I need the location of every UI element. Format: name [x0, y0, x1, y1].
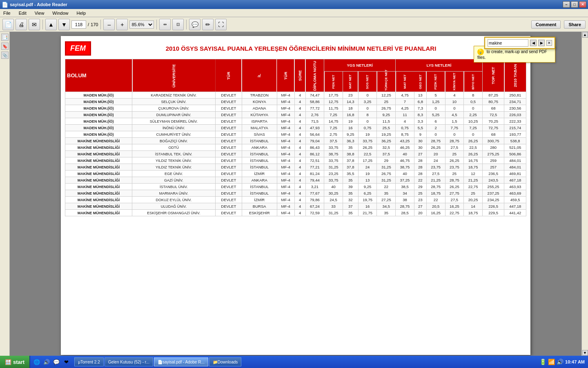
- table-cell: MALATYA: [242, 125, 277, 131]
- search-popup: ◀ ▶ ✕: [484, 37, 555, 49]
- table-cell: 31,25: [324, 210, 343, 216]
- table-cell: MF-4: [277, 125, 294, 131]
- attachments-icon[interactable]: 📎: [1, 52, 9, 59]
- fit-page-button[interactable]: ⊡: [172, 19, 184, 30]
- table-cell: 37,8: [343, 157, 358, 164]
- menu-file[interactable]: File: [2, 10, 12, 16]
- minimize-button[interactable]: –: [563, 1, 570, 8]
- toolbar-separator-2: [100, 20, 101, 29]
- col-header-lys: LYS NETLERİ: [396, 59, 483, 72]
- zoom-out-button[interactable]: –: [103, 19, 115, 30]
- table-cell: 7,25: [324, 112, 343, 118]
- table-cell: ÇUKUROVA ÜNİV.: [132, 105, 216, 112]
- share-button[interactable]: Share: [564, 20, 586, 29]
- taskbar-app-downloads[interactable]: 📁 Downloads: [209, 357, 241, 366]
- table-cell: 226,5: [482, 203, 504, 210]
- taskbar-icon-2[interactable]: 🔊: [42, 358, 51, 366]
- table-cell: DEVLET: [215, 131, 242, 138]
- table-cell: 31,25: [324, 164, 343, 171]
- table-cell: 16,25: [445, 203, 464, 210]
- table-cell: 26,75: [377, 171, 396, 177]
- table-cell: DEVLET: [215, 197, 242, 203]
- pdf-area[interactable]: FEM 2010 ÖSYS SAYISAL PUANLA YERLEŞEN ÖĞ…: [10, 32, 581, 356]
- table-cell: 27,5: [445, 197, 464, 203]
- next-page-button[interactable]: ▼: [58, 19, 70, 30]
- scroll-up-button[interactable]: ▲: [582, 32, 588, 38]
- taskbar-volume-icon[interactable]: 🔊: [557, 359, 564, 365]
- table-cell: 37,5: [377, 151, 396, 157]
- table-cell: 24: [358, 164, 377, 171]
- menu-view[interactable]: View: [33, 10, 46, 16]
- taskbar-app-utorrent[interactable]: μTorrent 2.2: [74, 357, 104, 366]
- table-cell: 4: [294, 197, 305, 203]
- table-cell: 259: [482, 157, 504, 164]
- prev-page-button[interactable]: ▲: [45, 19, 57, 30]
- table-cell: MF-4: [277, 171, 294, 177]
- menu-help[interactable]: Help: [75, 10, 87, 16]
- menu-window[interactable]: Window: [51, 10, 70, 16]
- table-cell: 8,75: [396, 131, 414, 138]
- table-cell: 5: [426, 92, 445, 99]
- table-cell: MAKİNE MÜHENDİSLİĞİ: [65, 171, 132, 177]
- table-cell: 72,5: [482, 112, 504, 118]
- table-cell: 10,25: [464, 118, 483, 125]
- search-next-button[interactable]: ▶: [538, 40, 545, 46]
- comment-tool-button[interactable]: 💬: [189, 19, 200, 30]
- col-header-tur1: TÜR: [215, 59, 242, 92]
- taskbar-icon-3[interactable]: 💬: [52, 358, 60, 366]
- table-cell: YILDIZ TEKNİK ÜNİV.: [132, 164, 216, 171]
- table-cell: İSTANBUL: [242, 138, 277, 144]
- table-cell: 77,67: [305, 190, 324, 197]
- col-header-turkce: TÜRKÇE NET: [377, 72, 396, 92]
- taskbar-app-email[interactable]: Gelen Kutusu (52) - r...: [105, 357, 153, 366]
- taskbar-icon-4[interactable]: ❤: [62, 358, 70, 366]
- fem-logo: FEM: [65, 41, 91, 56]
- table-cell: 4,5: [445, 112, 464, 118]
- markup-tool-button[interactable]: ✏: [202, 19, 214, 30]
- fit-width-button[interactable]: ⇔: [159, 19, 171, 30]
- table-cell: 25: [445, 171, 464, 177]
- zoom-select[interactable]: 85.6% 100% 75% 50%: [129, 20, 154, 29]
- search-close-button[interactable]: ✕: [546, 40, 552, 46]
- taskbar-app-pdf[interactable]: 📄 sayisal.pdf - Adobe R...: [154, 357, 208, 366]
- menu-edit[interactable]: Edit: [17, 10, 28, 16]
- table-cell: 20: [414, 210, 426, 216]
- maximize-button[interactable]: □: [571, 1, 578, 8]
- print-button[interactable]: 🖨: [16, 19, 27, 30]
- comment-button[interactable]: Comment: [531, 20, 561, 29]
- table-cell: DEVLET: [215, 99, 242, 105]
- table-cell: MF-4: [277, 131, 294, 138]
- table-cell: 2,75: [324, 131, 343, 138]
- table-cell: MADEN MÜH.(İÖ): [65, 118, 132, 125]
- pages-icon[interactable]: 📑: [1, 34, 9, 41]
- table-cell: 0: [358, 105, 377, 112]
- table-cell: 4,75: [396, 92, 414, 99]
- search-input[interactable]: [488, 39, 528, 47]
- right-scrollbar[interactable]: ▲ ▼: [581, 32, 588, 356]
- taskbar-icon-1[interactable]: 🌐: [33, 358, 41, 366]
- table-cell: 2: [426, 125, 445, 131]
- new-button[interactable]: 📄: [2, 19, 14, 30]
- start-button[interactable]: 🪟 start: [0, 356, 30, 368]
- table-cell: 36,25: [377, 138, 396, 144]
- table-cell: 4: [294, 184, 305, 190]
- table-cell: 0: [445, 131, 464, 138]
- table-cell: 40: [324, 184, 343, 190]
- table-cell: 4: [294, 203, 305, 210]
- bookmarks-icon[interactable]: 🔖: [1, 43, 9, 50]
- table-cell: 31,25: [377, 177, 396, 184]
- table-cell: 1,5: [445, 118, 464, 125]
- table-cell: 23,25: [324, 171, 343, 177]
- close-button[interactable]: ✕: [579, 1, 586, 8]
- table-cell: 26,25: [426, 144, 445, 151]
- table-cell: 67,24: [305, 203, 324, 210]
- email-button[interactable]: ✉: [29, 19, 40, 30]
- col-header-matnet2: MAT NET: [396, 72, 414, 92]
- table-cell: ESKİŞEHİR: [242, 210, 277, 216]
- fullscreen-button[interactable]: ⛶: [215, 19, 227, 30]
- page-number-input[interactable]: [71, 20, 86, 29]
- search-prev-button[interactable]: ◀: [530, 40, 537, 46]
- table-cell: DOKUZ EYLÜL ÜNİV.: [132, 197, 216, 203]
- zoom-in-button[interactable]: +: [116, 19, 128, 30]
- scroll-down-button[interactable]: ▼: [582, 350, 588, 356]
